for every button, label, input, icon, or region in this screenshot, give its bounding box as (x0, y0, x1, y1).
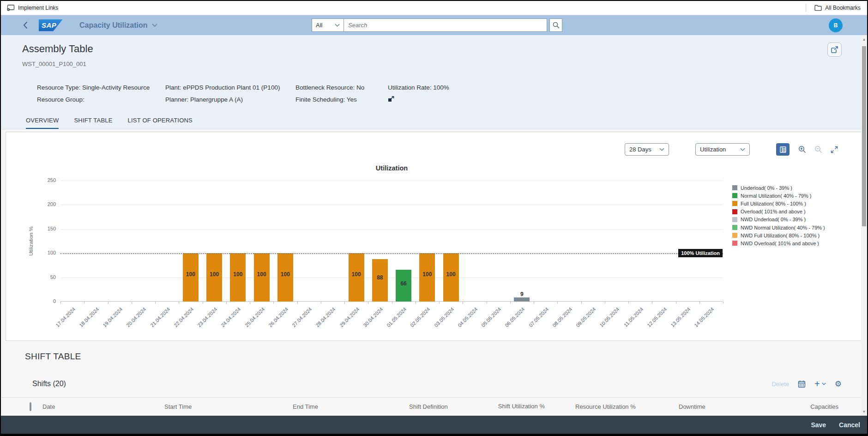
x-axis-label: 06.05.2024 (504, 306, 525, 328)
fullscreen-button[interactable] (831, 146, 838, 153)
calendar-icon (798, 380, 806, 388)
show-table-toggle-button[interactable] (776, 143, 790, 156)
x-axis-label: 04.05.2024 (457, 306, 478, 328)
sap-logo[interactable]: SAP (39, 19, 63, 31)
column-header-capacities: Capacities (771, 403, 867, 410)
scrollbar-thumb[interactable] (862, 46, 866, 226)
x-axis-label: 27.04.2024 (291, 306, 313, 328)
search-input[interactable] (344, 18, 547, 32)
vertical-scrollbar[interactable]: ▲ ▼ (861, 35, 867, 416)
x-axis-label: 21.04.2024 (149, 306, 171, 328)
x-axis-tick (463, 302, 463, 304)
legend-swatch (732, 185, 737, 190)
legend-swatch (732, 193, 737, 198)
tab-shift-table[interactable]: SHIFT TABLE (74, 117, 112, 129)
search-scope-select[interactable]: All (312, 18, 344, 32)
x-axis-label: 02.05.2024 (409, 306, 431, 328)
scroll-up-arrow[interactable]: ▲ (861, 36, 867, 42)
legend-label: NWD Overload( 101% and above ) (741, 241, 819, 246)
open-in-new-icon[interactable] (388, 96, 394, 102)
object-page-header: Assembly Table WST_00001_P100_001 Resour… (1, 35, 867, 129)
utilization-chart-panel: 28 Days Utilization (6, 132, 862, 341)
legend-label: Overload( 101% and above ) (741, 209, 806, 214)
zoom-out-icon (814, 145, 822, 153)
share-button[interactable] (827, 42, 842, 57)
info-field: Resource Type: Single-Activity Resource (37, 84, 165, 91)
x-axis-tick (439, 302, 440, 304)
select-all-cell (30, 403, 42, 410)
chevron-down-icon (335, 24, 340, 27)
x-axis-tick (132, 302, 132, 304)
save-button[interactable]: Save (811, 421, 826, 429)
back-chevron-icon (23, 21, 28, 29)
x-axis-tick (108, 302, 108, 304)
gridline (60, 278, 723, 278)
all-bookmarks-button[interactable]: All Bookmarks (814, 5, 861, 11)
calendar-view-button[interactable] (798, 380, 806, 388)
tab-list-of-operations[interactable]: LIST OF OPERATIONS (128, 117, 193, 129)
plus-icon: + (814, 379, 820, 388)
app-frame: Implement Links All Bookmarks SAP Capaci… (1, 1, 867, 434)
bookmark-implement-links[interactable]: Implement Links (6, 5, 58, 11)
info-field: Finite Scheduling: Yes (295, 96, 388, 103)
x-axis-label: 23.04.2024 (196, 306, 218, 328)
application-window: Implement Links All Bookmarks SAP Capaci… (0, 0, 868, 436)
search-icon (553, 22, 560, 29)
legend-item[interactable]: Full Utilization( 80% - 100% ) (732, 200, 825, 207)
page-title: Assembly Table (22, 43, 93, 55)
view-select[interactable]: Utilization (695, 143, 750, 156)
tab-overview[interactable]: OVERVIEW (26, 117, 59, 129)
select-all-checkbox[interactable] (30, 402, 31, 411)
cancel-button[interactable]: Cancel (839, 421, 860, 429)
bar-value-label: 100 (346, 271, 367, 278)
x-axis-tick (510, 302, 511, 304)
x-axis-tick (652, 302, 652, 304)
x-axis-tick (273, 302, 274, 304)
bar-value-label: 100 (228, 271, 248, 278)
bar-value-label: 66 (393, 280, 414, 287)
legend-label: Normal Utilization( 40% - 79% ) (741, 193, 811, 199)
zoom-in-icon (798, 145, 806, 153)
x-axis-label: 18.04.2024 (78, 306, 100, 328)
legend-item[interactable]: Normal Utilization( 40% - 79% ) (732, 192, 825, 200)
open-in-new-cell (388, 96, 449, 103)
legend-item[interactable]: NWD Full Utilization( 80% - 100% ) (732, 231, 825, 239)
legend-item[interactable]: NWD Normal Utilization( 40% - 79% ) (732, 224, 825, 231)
app-title-menu[interactable]: Capacity Utilization (79, 21, 157, 30)
delete-button[interactable]: Delete (772, 381, 789, 388)
zoom-out-button[interactable] (814, 145, 822, 153)
legend-label: NWD Full Utilization( 80% - 100% ) (741, 233, 820, 238)
search-button[interactable] (549, 18, 562, 32)
legend-swatch (732, 225, 737, 230)
chart-panel-wrap: 28 Days Utilization (1, 129, 867, 341)
y-axis-tick-label: 100 (36, 250, 56, 255)
x-axis-tick (60, 302, 61, 304)
x-axis-label: 25.04.2024 (244, 306, 265, 328)
legend-item[interactable]: Overload( 101% and above ) (732, 208, 825, 216)
period-select[interactable]: 28 Days (625, 143, 669, 156)
chart-bar[interactable] (514, 297, 530, 302)
back-button[interactable] (23, 21, 28, 29)
x-axis-label: 24.04.2024 (220, 306, 241, 328)
avatar[interactable]: B (829, 18, 843, 32)
legend-item[interactable]: Underload( 0% - 39% ) (732, 184, 825, 192)
bar-value-label: 100 (417, 271, 437, 278)
settings-button[interactable]: ⚙ (835, 380, 842, 388)
column-header-start-time: Start Time (164, 403, 293, 410)
table-view-icon (780, 146, 786, 153)
x-axis-label: 19.04.2024 (102, 306, 123, 328)
x-axis-label: 03.05.2024 (433, 306, 455, 328)
info-field: Plant: ePPDS Production Plant 01 (P100) (165, 84, 295, 91)
scroll-down-arrow[interactable]: ▼ (861, 408, 867, 415)
tab-bar: OVERVIEWSHIFT TABLELIST OF OPERATIONS (26, 117, 193, 129)
legend-item[interactable]: NWD Overload( 101% and above ) (732, 239, 825, 247)
legend-item[interactable]: NWD Underload( 0% - 39% ) (732, 216, 825, 224)
table-header-row: DateStart TimeEnd TimeShift DefinitionSh… (1, 397, 867, 416)
info-field: Resource Group: (37, 96, 165, 103)
legend-label: NWD Normal Utilization( 40% - 79% ) (741, 225, 825, 230)
x-axis-tick (297, 302, 298, 304)
x-axis-tick (723, 302, 723, 304)
x-axis-label: 11.05.2024 (622, 306, 644, 328)
add-shift-button[interactable]: + (814, 379, 826, 388)
zoom-in-button[interactable] (798, 145, 806, 153)
